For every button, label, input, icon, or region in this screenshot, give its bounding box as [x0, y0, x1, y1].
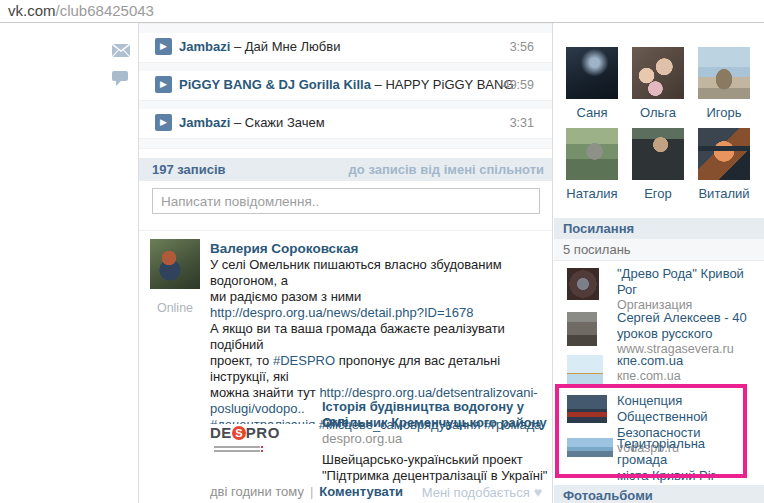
audio-duration: 3:56: [510, 40, 534, 54]
audio-duration: 49:59: [503, 78, 534, 92]
wall-header: 197 записів до записів від імені спільно…: [139, 158, 552, 181]
left-rail: [0, 23, 139, 503]
audio-track-row[interactable]: ▶ Jambazi – Дай Мне Любви 3:56: [139, 33, 552, 61]
link-thumbnail[interactable]: [567, 268, 599, 300]
photo-albums-header[interactable]: Фотоальбоми: [554, 485, 764, 503]
member-item[interactable]: Виталий: [698, 128, 750, 201]
member-photo[interactable]: [566, 128, 618, 180]
divider: [139, 138, 552, 149]
despro-logo[interactable]: DESPRO: [210, 424, 315, 448]
online-status: Online: [150, 301, 200, 315]
link-title[interactable]: міста Кривий Ріг: [617, 468, 757, 484]
audio-track-row[interactable]: ▶ PiGGY BANG & DJ Gorilla Killa – HAPPY …: [139, 71, 552, 99]
wall-post: Online Валерия Сороковская У селі Омельн…: [139, 230, 552, 503]
link-item[interactable]: Концепция Общественной Безопасности voda…: [567, 393, 757, 439]
attachment-description: "Підтримка децентралізації в Україні": [322, 468, 547, 483]
member-item[interactable]: Саня: [566, 47, 618, 120]
url-host: vk.com: [8, 2, 56, 19]
post-timestamp[interactable]: дві години тому: [210, 484, 304, 499]
link-title[interactable]: Концепция Общественной: [617, 393, 757, 425]
post-link[interactable]: http://despro.org.ua/detsentralizovani-: [319, 385, 537, 400]
link-item[interactable]: кпе.com.ua кпе.com.ua: [567, 353, 757, 391]
author-avatar[interactable]: [150, 239, 200, 289]
hashtag-link[interactable]: #DESPRO: [273, 353, 335, 368]
link-thumbnail[interactable]: [567, 395, 607, 423]
member-item[interactable]: Игорь: [698, 47, 750, 120]
clipped-text-remnant: [564, 28, 655, 32]
link-item[interactable]: "Древо Рода" Кривой Рог Организация: [567, 266, 757, 306]
audio-artist[interactable]: PiGGY BANG & DJ Gorilla Killa: [179, 77, 371, 92]
post-link[interactable]: http://despro.org.ua/news/detail.php?ID=…: [210, 305, 473, 320]
link-item[interactable]: Територіальна громада міста Кривий Ріг g…: [567, 436, 757, 482]
audio-duration: 3:31: [510, 116, 534, 130]
link-thumbnail[interactable]: [567, 355, 603, 387]
member-item[interactable]: Ольга: [632, 47, 684, 120]
attachment-title[interactable]: Омельник Кременчуцького району: [322, 415, 552, 430]
heart-icon: ♥: [530, 484, 542, 500]
member-photo[interactable]: [632, 47, 684, 99]
member-name[interactable]: Виталий: [698, 186, 750, 201]
messages-envelope-icon[interactable]: [112, 44, 130, 57]
link-title[interactable]: Територіальна громада: [617, 436, 757, 468]
vk-group-page: vk.com/club68425043 ▶ Jambazi – Дай Мне …: [0, 0, 764, 503]
audio-title: – Дай Мне Любви: [230, 39, 340, 54]
member-name[interactable]: Наталия: [566, 186, 618, 201]
member-name[interactable]: Егор: [632, 186, 684, 201]
member-name[interactable]: Саня: [566, 105, 618, 120]
comment-button[interactable]: Коментувати: [319, 484, 403, 499]
wall-post-count: 197 записів: [152, 162, 226, 177]
play-icon[interactable]: ▶: [155, 76, 172, 93]
member-item[interactable]: Наталия: [566, 128, 618, 201]
play-icon[interactable]: ▶: [155, 38, 172, 55]
author-name-link[interactable]: Валерия Сороковская: [210, 241, 358, 256]
link-title[interactable]: Сергей Алексеев - 40: [617, 310, 757, 326]
link-title[interactable]: уроков русского: [617, 326, 757, 342]
audio-artist[interactable]: Jambazi: [179, 115, 230, 130]
member-name[interactable]: Ольга: [632, 105, 684, 120]
link-item[interactable]: Сергей Алексеев - 40 уроков русского www…: [567, 310, 757, 356]
despro-s-circle: S: [232, 426, 246, 440]
like-button[interactable]: Мені подобається♥: [422, 484, 542, 500]
member-photo[interactable]: [632, 128, 684, 180]
link-subtitle: кпе.com.ua: [617, 369, 757, 384]
link-title[interactable]: "Древо Рода" Кривой Рог: [617, 266, 757, 298]
member-item[interactable]: Егор: [632, 128, 684, 201]
member-photo[interactable]: [566, 47, 618, 99]
browser-url-bar[interactable]: vk.com/club68425043: [0, 0, 764, 23]
comments-bubble-icon[interactable]: [112, 71, 128, 86]
links-count: 5 посилань: [554, 239, 764, 261]
member-name[interactable]: Игорь: [698, 105, 750, 120]
wall-community-posts-link[interactable]: до записів від імені спільноти: [349, 162, 544, 177]
write-post-input[interactable]: [152, 188, 540, 214]
url-text: vk.com/club68425043: [8, 2, 154, 19]
post-link[interactable]: poslugi/vodopo..: [210, 401, 305, 416]
url-path: /club68425043: [56, 2, 154, 19]
audio-artist[interactable]: Jambazi: [179, 39, 230, 54]
attachment-domain: despro.org.ua: [322, 431, 402, 446]
attachment-description: Швейцарсько-український проект: [322, 452, 523, 467]
member-photo[interactable]: [698, 128, 750, 180]
link-thumbnail[interactable]: [567, 438, 613, 457]
links-section-header[interactable]: Посилання: [554, 218, 764, 240]
logo-fine-print: [214, 444, 260, 452]
link-title[interactable]: кпе.com.ua: [617, 353, 757, 369]
wall-column: ▶ Jambazi – Дай Мне Любви 3:56 ▶ PiGGY B…: [139, 23, 553, 503]
member-photo[interactable]: [698, 47, 750, 99]
audio-title: – HAPPY PiGGY BANG: [371, 77, 514, 92]
play-icon[interactable]: ▶: [155, 114, 172, 131]
footer-separator: |: [304, 484, 319, 499]
audio-track-row[interactable]: ▶ Jambazi – Скажи Зачем 3:31: [139, 109, 552, 137]
right-sidebar: Саня Ольга Игорь Наталия Егор Виталий По…: [554, 23, 764, 503]
audio-title: – Скажи Зачем: [230, 115, 324, 130]
link-thumbnail[interactable]: [567, 312, 597, 346]
